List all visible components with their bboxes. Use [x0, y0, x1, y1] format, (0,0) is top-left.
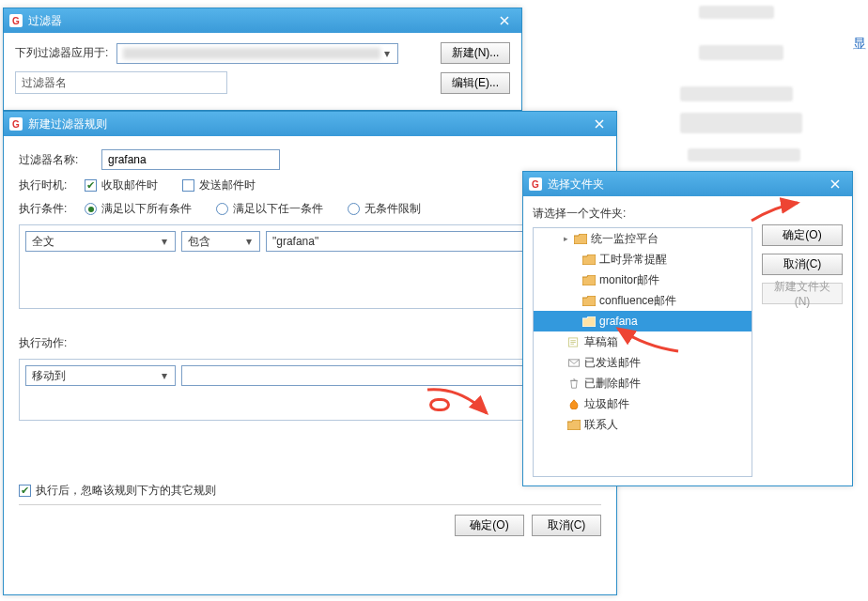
new-filter-button[interactable]: 新建(N)... — [441, 42, 510, 64]
folder-cancel-button[interactable]: 取消(C) — [762, 254, 843, 275]
app-logo-icon: G — [9, 117, 23, 131]
receive-checkbox[interactable]: 收取邮件时 — [85, 177, 158, 193]
rule-ok-button[interactable]: 确定(O) — [455, 515, 524, 536]
condition-label: 执行条件: — [19, 201, 77, 217]
tree-item[interactable]: monitor邮件 — [534, 270, 752, 290]
filter-name-input[interactable] — [101, 149, 280, 170]
close-icon[interactable] — [588, 116, 611, 132]
filter-titlebar: G 过滤器 — [4, 8, 521, 33]
new-folder-button[interactable]: 新建文件夹(N) — [762, 283, 843, 304]
tree-item[interactable]: 联系人 — [534, 414, 752, 435]
drafts-icon — [567, 336, 581, 347]
send-checkbox[interactable]: 发送邮件时 — [182, 177, 256, 193]
tree-item[interactable]: 草稿箱 — [534, 331, 752, 352]
action-target-input[interactable]: ⋯ — [181, 365, 566, 386]
folder-ok-button[interactable]: 确定(O) — [762, 224, 843, 246]
action-panel: 移动到▾ ⋯ + — [19, 359, 601, 421]
folder-prompt: 请选择一个文件夹: — [533, 206, 752, 222]
applies-to-combo[interactable]: ▾ — [116, 43, 398, 64]
folder-tree[interactable]: ▸ 统一监控平台 工时异常提醒 monitor邮件 confluence邮件 g… — [533, 227, 752, 477]
checkbox-icon — [182, 179, 194, 192]
applies-to-label: 下列过滤器应用于: — [15, 45, 109, 61]
app-logo-icon: G — [9, 14, 23, 27]
edit-filter-button[interactable]: 编辑(E)... — [441, 72, 510, 94]
condition-panel: 全文▾ 包含▾ "grafana"⋯ + — [19, 224, 601, 309]
folder-titlebar: G 选择文件夹 — [523, 172, 852, 196]
rule-titlebar: G 新建过滤器规则 — [4, 112, 616, 136]
timing-label: 执行时机: — [19, 177, 77, 193]
folder-icon — [582, 316, 596, 327]
cond-value-input[interactable]: "grafana"⋯ — [266, 231, 566, 252]
folder-icon — [582, 295, 596, 306]
cond-op-combo[interactable]: 包含▾ — [181, 231, 260, 252]
chevron-down-icon: ▾ — [158, 369, 171, 382]
rule-window-title: 新建过滤器规则 — [28, 116, 588, 132]
tree-item[interactable]: 工时异常提醒 — [534, 249, 752, 270]
chevron-down-icon: ▾ — [242, 235, 256, 248]
folder-window: G 选择文件夹 请选择一个文件夹: ▸ 统一监控平台 工时异常提醒 monito… — [522, 171, 853, 486]
rule-cancel-button[interactable]: 取消(C) — [532, 515, 601, 536]
action-label: 执行动作: — [19, 335, 77, 351]
filter-name-label: 过滤器名称: — [19, 152, 94, 168]
annotation-oval — [429, 398, 450, 411]
close-icon[interactable] — [824, 176, 846, 193]
ignore-after-checkbox[interactable]: 执行后，忽略该规则下方的其它规则 — [19, 483, 216, 499]
checkbox-icon — [19, 485, 31, 497]
folder-window-title: 选择文件夹 — [548, 177, 824, 193]
close-icon[interactable] — [493, 12, 516, 29]
trash-icon — [567, 378, 581, 389]
tree-item[interactable]: 已删除邮件 — [534, 373, 752, 393]
folder-icon — [582, 254, 596, 265]
cond-any-radio[interactable]: 满足以下任一条件 — [216, 201, 323, 217]
bg-char: 显 — [853, 36, 866, 53]
radio-icon — [348, 203, 360, 215]
contacts-icon — [567, 419, 581, 430]
radio-icon — [85, 203, 97, 215]
expander-icon[interactable]: ▸ — [562, 235, 570, 243]
chevron-down-icon: ▾ — [380, 47, 394, 60]
action-type-combo[interactable]: 移动到▾ — [25, 365, 176, 386]
cond-none-radio[interactable]: 无条件限制 — [348, 201, 421, 217]
radio-icon — [216, 203, 228, 215]
tree-item-grafana[interactable]: grafana — [534, 311, 752, 331]
chevron-down-icon: ▾ — [158, 235, 171, 248]
filter-window: G 过滤器 下列过滤器应用于: ▾ 新建(N)... 过滤器名 编辑(E)... — [3, 8, 522, 111]
tree-item[interactable]: confluence邮件 — [534, 290, 752, 311]
filter-window-title: 过滤器 — [28, 13, 493, 29]
cond-all-radio[interactable]: 满足以下所有条件 — [85, 201, 192, 217]
tree-item[interactable]: 垃圾邮件 — [534, 393, 752, 414]
cond-field-combo[interactable]: 全文▾ — [25, 231, 176, 252]
tree-item-root[interactable]: ▸ 统一监控平台 — [534, 228, 752, 249]
tree-item[interactable]: 已发送邮件 — [534, 352, 752, 373]
checkbox-icon — [85, 179, 97, 192]
folder-icon — [574, 233, 587, 244]
filter-name-list[interactable]: 过滤器名 — [15, 71, 227, 94]
sent-icon — [567, 357, 581, 368]
app-logo-icon: G — [529, 177, 542, 191]
spam-icon — [567, 398, 581, 409]
folder-icon — [582, 274, 596, 285]
